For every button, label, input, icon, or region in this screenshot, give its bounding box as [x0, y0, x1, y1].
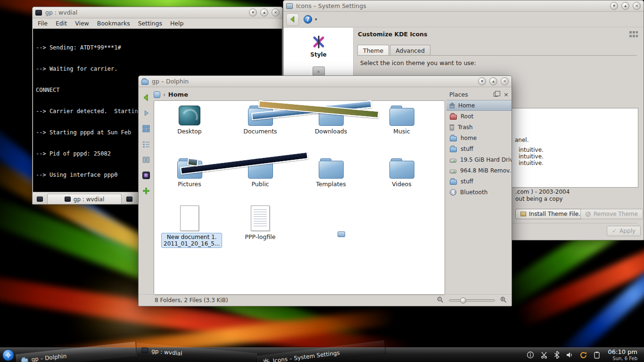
install-theme-button[interactable]: Install Theme File... — [515, 209, 589, 219]
zoom-out-button[interactable] — [437, 296, 444, 304]
icons-view-button[interactable] — [140, 123, 152, 134]
kde-menu-button[interactable] — [0, 348, 16, 362]
columns-view-button[interactable] — [140, 154, 152, 165]
bluetooth-tray-icon[interactable] — [554, 351, 560, 359]
clock-date: Sun, 6 Feb — [612, 356, 637, 362]
details-view-icon — [142, 140, 150, 148]
remove-theme-button[interactable]: Remove Theme — [580, 209, 643, 219]
detach-panel-icon[interactable] — [494, 92, 498, 97]
desktop[interactable]: gp : wvdial ▾ ▴ × File Edit View Bookmar… — [0, 0, 644, 362]
place-home[interactable]: Home — [446, 100, 512, 111]
menu-view[interactable]: View — [75, 20, 89, 27]
apply-button[interactable]: ✓ Apply — [607, 226, 641, 236]
file-item-new-document[interactable]: New document 1. 2011_01_20_16_5... — [161, 206, 218, 248]
place-bluetooth[interactable]: Bluetooth — [446, 187, 512, 197]
folder-label: Desktop — [161, 128, 218, 135]
folder-item-documents[interactable]: Documents — [232, 106, 289, 135]
trash-icon — [450, 125, 454, 131]
place-stuff[interactable]: stuff — [446, 143, 512, 154]
details-view-button[interactable] — [140, 139, 152, 150]
place-label: stuff — [461, 178, 473, 185]
forward-button[interactable] — [140, 107, 152, 119]
terminal-titlebar[interactable]: gp : wvdial ▾ ▴ × — [33, 7, 282, 18]
help-button[interactable]: ? — [304, 15, 312, 24]
folder-label: Documents — [232, 128, 289, 135]
gear-icon — [262, 358, 270, 362]
folder-item-videos[interactable]: Videos — [373, 158, 430, 188]
close-button[interactable]: × — [272, 8, 280, 16]
tab-advanced[interactable]: Advanced — [390, 45, 430, 56]
folder-item-templates[interactable]: Templates — [303, 158, 359, 188]
preview-icon — [142, 172, 150, 179]
place-home-dir[interactable]: home — [446, 132, 512, 143]
minimize-button[interactable]: ▾ — [610, 2, 618, 10]
places-selector-icon[interactable] — [154, 91, 160, 98]
close-button[interactable]: × — [501, 77, 509, 85]
close-button[interactable]: × — [633, 2, 641, 10]
terminal-line: --> Sending: ATDT*99***1# — [36, 44, 279, 51]
terminal-window-title: gp : wvdial — [45, 9, 77, 16]
maximize-button[interactable]: ▴ — [260, 8, 268, 16]
sidebar-item-style[interactable]: Style — [284, 34, 353, 58]
chevron-down-icon[interactable]: ▾ — [315, 17, 317, 22]
menu-edit[interactable]: Edit — [56, 20, 67, 27]
minimize-button[interactable]: ▾ — [249, 8, 257, 16]
place-label: Home — [458, 102, 475, 109]
maximize-button[interactable]: ▴ — [489, 77, 497, 85]
style-label: Style — [310, 51, 326, 58]
file-label-line2: 2011_01_20_16_5... — [164, 240, 220, 247]
place-stuff-2[interactable]: stuff — [446, 176, 512, 187]
breadcrumb-home[interactable]: Home — [168, 91, 188, 98]
desktop-folder-icon — [179, 106, 200, 125]
split-view-button[interactable] — [140, 185, 152, 197]
check-icon: ✓ — [612, 228, 617, 234]
text-file-icon — [251, 206, 270, 231]
settings-tabs: Theme Advanced — [357, 45, 431, 56]
system-settings-titlebar[interactable]: Icons – System Settings ▾ ▴ × — [283, 0, 644, 12]
photo-thumbnail — [187, 158, 198, 166]
place-hard-drive[interactable]: 19.5 GiB Hard Drive — [446, 154, 512, 165]
minimize-button[interactable]: ▾ — [478, 77, 486, 85]
menu-settings[interactable]: Settings — [138, 20, 162, 27]
volume-icon[interactable] — [566, 351, 573, 359]
menu-help[interactable]: Help — [170, 20, 184, 27]
task-label: Icons – System Settings — [272, 349, 340, 362]
menu-bookmarks[interactable]: Bookmarks — [97, 20, 130, 27]
maximize-button[interactable]: ▴ — [621, 2, 629, 10]
place-removable-drive[interactable]: 964.8 MiB Remov... — [446, 165, 512, 176]
zoom-in-button[interactable] — [500, 296, 507, 304]
remove-icon — [586, 212, 591, 217]
back-button[interactable] — [140, 92, 152, 103]
folder-item-desktop[interactable]: Desktop — [161, 106, 218, 135]
folder-item-pictures[interactable]: Pictures — [161, 158, 218, 188]
menu-file[interactable]: File — [38, 20, 48, 27]
back-arrow-icon — [141, 93, 151, 102]
dolphin-titlebar[interactable]: gp – Dolphin ▾ ▴ × — [139, 76, 512, 87]
place-trash[interactable]: Trash — [446, 122, 512, 132]
folder-item-music[interactable]: Music — [373, 106, 430, 135]
file-item-ppp-logfile[interactable]: PPP-logfile — [232, 206, 289, 240]
dolphin-icon — [21, 358, 28, 362]
system-settings-toolbar: ? ▾ — [283, 12, 644, 27]
preview-button[interactable] — [140, 170, 152, 181]
zoom-slider-handle[interactable] — [460, 297, 466, 304]
clock[interactable]: 06:10 pm Sun, 6 Feb — [606, 348, 644, 362]
theme-description-fragment: intuitive. — [519, 153, 544, 160]
place-root[interactable]: Root — [446, 111, 512, 122]
dolphin-window-icon — [141, 80, 149, 85]
close-panel-icon[interactable]: × — [504, 91, 509, 98]
tab-theme[interactable]: Theme — [357, 45, 389, 56]
new-tab-button[interactable] — [34, 194, 45, 204]
folder-view[interactable]: Desktop Documents Downloads Music — [154, 100, 445, 295]
klipper-icon[interactable] — [540, 351, 548, 359]
zoom-slider[interactable] — [449, 299, 495, 302]
notifications-icon[interactable] — [527, 351, 534, 359]
folder-icon — [319, 158, 343, 178]
clipboard-icon[interactable] — [594, 351, 600, 359]
tab-list-button[interactable] — [124, 194, 135, 204]
overview-grid-icon[interactable] — [629, 31, 638, 39]
updates-icon[interactable] — [579, 351, 587, 359]
home-icon — [450, 105, 454, 108]
terminal-tab[interactable]: gp : wvdial — [47, 194, 122, 204]
back-button[interactable] — [286, 13, 299, 26]
